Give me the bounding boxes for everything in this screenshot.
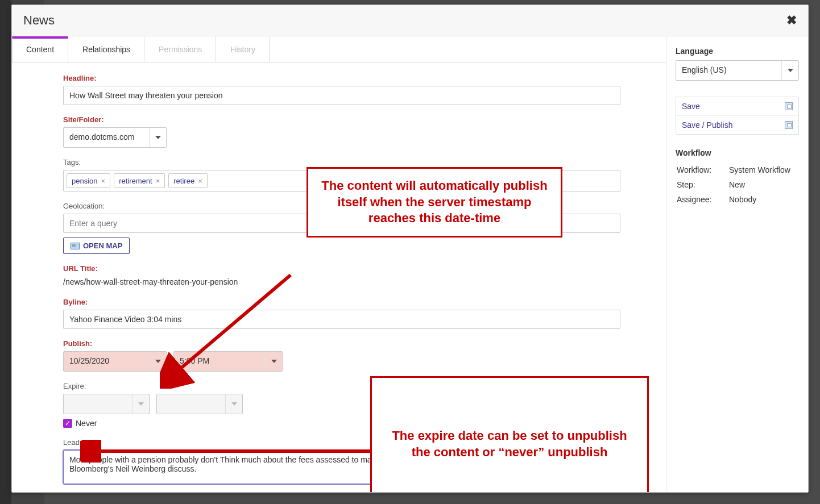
dialog-title: News bbox=[23, 13, 55, 28]
tags-input[interactable]: pension × retirement × retiree × bbox=[63, 170, 620, 191]
headline-label: Headline: bbox=[63, 74, 620, 82]
never-label: Never bbox=[76, 419, 97, 428]
save-button[interactable]: Save bbox=[676, 97, 798, 115]
byline-label: Byline: bbox=[63, 298, 620, 306]
url-title-label: URL Title: bbox=[63, 264, 620, 273]
expire-time-value bbox=[157, 394, 225, 414]
save-publish-button[interactable]: Save / Publish bbox=[676, 115, 798, 134]
publish-date-value: 10/25/2020 bbox=[64, 352, 149, 371]
news-dialog: News ✖ Content Relationships Permissions… bbox=[11, 5, 809, 493]
field-site: Site/Folder: demo.dotcms.com bbox=[63, 115, 620, 148]
step-value: New bbox=[729, 178, 798, 191]
geo-label: Geolocation: bbox=[63, 202, 620, 210]
language-value: English (US) bbox=[676, 61, 781, 80]
tab-content[interactable]: Content bbox=[12, 36, 68, 62]
save-icon bbox=[785, 102, 793, 110]
chevron-down-icon[interactable] bbox=[781, 61, 798, 80]
tag-text: pension bbox=[72, 177, 98, 185]
tab-history[interactable]: History bbox=[216, 36, 270, 62]
side-panel: Language English (US) Save Save / Publis… bbox=[666, 36, 808, 492]
field-url-title: URL Title: /news/how-wall-street-may-thr… bbox=[63, 264, 620, 288]
field-lead: Lead: bbox=[63, 438, 620, 486]
url-title-value: /news/how-wall-street-may-threaten-your-… bbox=[63, 276, 620, 288]
tag-chip: pension × bbox=[67, 173, 110, 188]
lead-label: Lead: bbox=[63, 438, 620, 447]
tag-remove-icon[interactable]: × bbox=[156, 177, 160, 185]
field-expire: Expire: Never bbox=[63, 382, 620, 428]
headline-input[interactable] bbox=[63, 86, 620, 105]
table-row: Workflow: System Workflow bbox=[677, 163, 798, 177]
action-list: Save Save / Publish bbox=[676, 97, 799, 135]
field-geolocation: Geolocation: OPEN MAP bbox=[63, 202, 620, 254]
tags-label: Tags: bbox=[63, 158, 620, 166]
assignee-label: Assignee: bbox=[677, 193, 728, 206]
geo-input[interactable] bbox=[63, 214, 620, 233]
dialog-header: News ✖ bbox=[12, 5, 808, 36]
tag-chip: retirement × bbox=[114, 173, 165, 188]
close-icon[interactable]: ✖ bbox=[786, 13, 797, 28]
chevron-down-icon[interactable] bbox=[132, 394, 149, 414]
tag-text: retirement bbox=[119, 177, 152, 185]
open-map-button[interactable]: OPEN MAP bbox=[63, 238, 130, 254]
language-heading: Language bbox=[676, 47, 799, 56]
language-select[interactable]: English (US) bbox=[676, 60, 799, 81]
field-tags: Tags: pension × retirement × retiree × bbox=[63, 158, 620, 191]
expire-label: Expire: bbox=[63, 382, 620, 390]
publish-time-select[interactable]: 5:00 PM bbox=[173, 351, 283, 372]
publish-date-select[interactable]: 10/25/2020 bbox=[63, 351, 167, 372]
lead-textarea[interactable] bbox=[63, 450, 620, 484]
site-value: demo.dotcms.com bbox=[64, 128, 149, 147]
workflow-heading: Workflow bbox=[676, 148, 799, 157]
field-byline: Byline: bbox=[63, 298, 620, 329]
never-checkbox[interactable] bbox=[63, 419, 72, 428]
tab-permissions[interactable]: Permissions bbox=[144, 36, 216, 62]
assignee-value: Nobody bbox=[729, 193, 798, 206]
chevron-down-icon[interactable] bbox=[225, 394, 242, 414]
tab-bar: Content Relationships Permissions Histor… bbox=[12, 36, 666, 63]
step-label: Step: bbox=[677, 178, 728, 191]
open-map-label: OPEN MAP bbox=[83, 241, 122, 250]
byline-input[interactable] bbox=[63, 310, 620, 329]
chevron-down-icon[interactable] bbox=[149, 352, 166, 371]
publish-time-value: 5:00 PM bbox=[174, 352, 265, 371]
workflow-table: Workflow: System Workflow Step: New Assi… bbox=[676, 162, 799, 207]
save-label: Save bbox=[682, 102, 700, 111]
main-pane: Content Relationships Permissions Histor… bbox=[12, 36, 666, 492]
tag-chip: retiree × bbox=[168, 173, 207, 188]
expire-time-select[interactable] bbox=[156, 394, 243, 414]
chevron-down-icon[interactable] bbox=[149, 128, 166, 147]
map-icon bbox=[71, 243, 80, 249]
site-label: Site/Folder: bbox=[63, 115, 620, 124]
publish-label: Publish: bbox=[63, 339, 620, 348]
tag-text: retiree bbox=[173, 177, 194, 185]
expire-date-value bbox=[64, 394, 132, 414]
tag-remove-icon[interactable]: × bbox=[198, 177, 202, 185]
expire-date-select[interactable] bbox=[63, 394, 150, 414]
workflow-value: System Workflow bbox=[729, 163, 798, 177]
site-select[interactable]: demo.dotcms.com bbox=[63, 127, 167, 148]
save-publish-label: Save / Publish bbox=[682, 120, 733, 130]
tab-relationships[interactable]: Relationships bbox=[68, 36, 144, 62]
field-publish: Publish: 10/25/2020 5:00 PM bbox=[63, 339, 620, 372]
table-row: Assignee: Nobody bbox=[677, 193, 798, 206]
workflow-label: Workflow: bbox=[677, 163, 728, 177]
table-row: Step: New bbox=[677, 178, 798, 191]
chevron-down-icon[interactable] bbox=[265, 352, 282, 371]
save-icon bbox=[785, 121, 793, 129]
field-headline: Headline: bbox=[63, 74, 620, 105]
tag-remove-icon[interactable]: × bbox=[101, 177, 106, 185]
